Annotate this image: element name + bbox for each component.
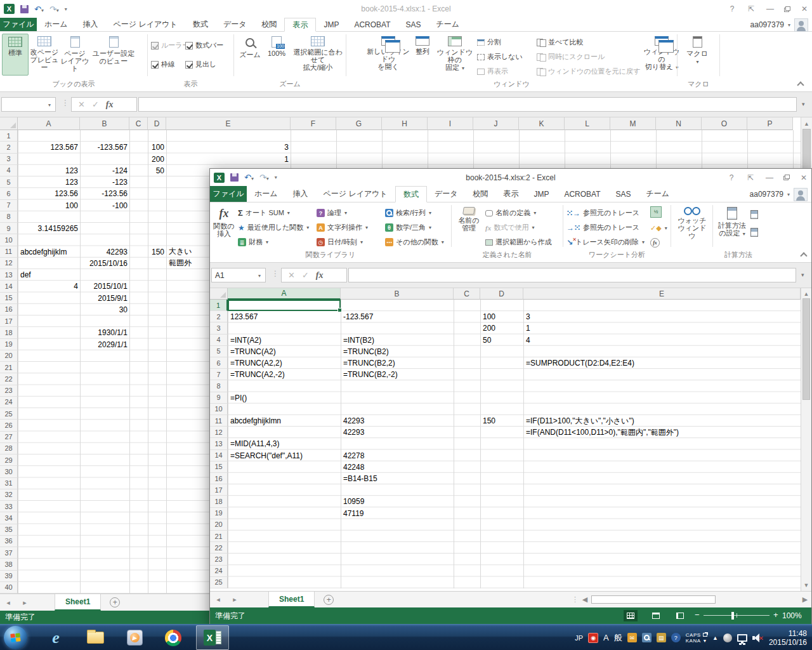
- zoom-100-button[interactable]: 100%: [264, 34, 289, 76]
- sheet-nav-prev-icon[interactable]: ◂: [0, 599, 16, 607]
- sheet-nav-next-icon[interactable]: ▸: [16, 599, 33, 607]
- ime-help-icon[interactable]: ?: [671, 633, 681, 642]
- row-header-20[interactable]: 20: [0, 350, 18, 362]
- row-header-12[interactable]: 12: [210, 427, 228, 438]
- ribbon-tab-4[interactable]: 数式: [185, 18, 216, 31]
- scrollbar-thumb[interactable]: [802, 298, 810, 400]
- cell-B11[interactable]: 42293: [81, 246, 129, 258]
- cell-A14[interactable]: =SEARCH("def",A11): [228, 450, 341, 461]
- column-header-B[interactable]: B: [80, 117, 129, 130]
- row-header-37[interactable]: 37: [0, 547, 18, 559]
- row-header-5[interactable]: 5: [210, 346, 228, 357]
- cell-A9[interactable]: 3.14159265: [18, 223, 80, 234]
- ime-pad-icon[interactable]: ✉: [627, 633, 637, 642]
- row-header-40[interactable]: 40: [0, 582, 18, 594]
- name-box-arrow-icon[interactable]: ▾: [258, 273, 261, 279]
- ribbon-display-options-button[interactable]: ⇱: [746, 4, 756, 13]
- cancel-icon[interactable]: ✕: [78, 100, 85, 109]
- row-header-8[interactable]: 8: [0, 211, 18, 223]
- column-header-E[interactable]: E: [166, 117, 291, 130]
- row-header-38[interactable]: 38: [0, 559, 18, 570]
- cell-A11[interactable]: abcdefghijklmn: [228, 415, 341, 427]
- normal-view-button[interactable]: 標準: [2, 34, 29, 76]
- ribbon-tab-5[interactable]: データ: [216, 18, 254, 31]
- ime-input-mode[interactable]: A: [603, 633, 609, 642]
- insert-function-icon[interactable]: fx: [106, 100, 114, 110]
- select-all-corner[interactable]: [210, 288, 228, 300]
- row-header-23[interactable]: 23: [210, 554, 228, 565]
- taskbar-media-player[interactable]: ▶: [118, 625, 151, 650]
- row-header-11[interactable]: 11: [0, 246, 18, 258]
- cell-B15[interactable]: 42248: [341, 461, 454, 473]
- recently-used-button[interactable]: ★ 最近使用した関数▾: [238, 221, 309, 234]
- ribbon-tab-10[interactable]: SAS: [608, 186, 639, 202]
- watch-window-button[interactable]: ウォッチ ウィンドウ: [674, 204, 710, 246]
- ribbon-tab-7[interactable]: 表示: [284, 18, 316, 32]
- zoom-to-selection-button[interactable]: 選択範囲に合わせて 拡大/縮小: [291, 34, 345, 76]
- row-header-33[interactable]: 33: [0, 501, 18, 512]
- row-header-5[interactable]: 5: [0, 176, 18, 188]
- scrollbar-thumb[interactable]: [591, 595, 716, 604]
- ribbon-tab-11[interactable]: チーム: [429, 18, 468, 31]
- account-chip[interactable]: aa097379▾: [750, 18, 808, 32]
- macros-button[interactable]: マクロ▾: [683, 34, 712, 76]
- enter-icon[interactable]: ✓: [92, 100, 99, 109]
- ime-conversion-mode[interactable]: 般: [614, 632, 622, 644]
- ribbon-tab-3[interactable]: ページ レイアウト: [316, 186, 395, 202]
- row-header-4[interactable]: 4: [0, 165, 18, 176]
- cell-E2[interactable]: 3: [524, 311, 801, 322]
- column-header-D[interactable]: D: [148, 117, 166, 130]
- create-from-selection-button[interactable]: 選択範囲から作成: [485, 235, 552, 249]
- row-header-12[interactable]: 12: [0, 258, 18, 269]
- arrange-all-button[interactable]: 整列: [411, 34, 434, 76]
- column-header-C[interactable]: C: [454, 288, 480, 300]
- unhide-window-button[interactable]: 再表示: [477, 65, 508, 78]
- qat-customize-button[interactable]: ▾: [275, 175, 277, 180]
- trace-precedents-button[interactable]: ⁙→ 参照元のトレース: [566, 206, 639, 220]
- save-button[interactable]: [230, 173, 239, 182]
- cell-E6[interactable]: =SUMPRODUCT(D2:D4,E2:E4): [524, 357, 801, 369]
- cell-B7[interactable]: -100: [81, 200, 129, 211]
- row-header-13[interactable]: 13: [210, 438, 228, 449]
- cell-B16[interactable]: 30: [81, 304, 129, 315]
- ribbon-tab-1[interactable]: ホーム: [37, 18, 75, 31]
- column-header-P[interactable]: P: [747, 117, 793, 130]
- column-header-A[interactable]: A: [18, 117, 80, 130]
- switch-windows-button[interactable]: ウィンドウの 切り替え ▾: [643, 34, 680, 76]
- show-formulas-button[interactable]: ½: [650, 205, 662, 218]
- start-button[interactable]: [4, 626, 27, 649]
- ribbon-tab-1[interactable]: ホーム: [247, 186, 285, 202]
- cell-A5[interactable]: =TRUNC(A2): [228, 346, 341, 357]
- cell-A11[interactable]: abcdefghijklm: [18, 246, 80, 258]
- formula-bar-checkbox[interactable]: 数式バー: [185, 41, 223, 50]
- new-window-button[interactable]: 新しいウィンドウ を開く: [367, 34, 410, 76]
- cell-A6[interactable]: =TRUNC(A2,2): [228, 357, 341, 369]
- close-button[interactable]: ✕: [799, 4, 809, 13]
- row-header-22[interactable]: 22: [0, 373, 18, 385]
- cell-B19[interactable]: 2029/1/1: [81, 339, 129, 350]
- reset-window-position-button[interactable]: ウィンドウの位置を元に戻す: [537, 65, 640, 78]
- column-header-J[interactable]: J: [473, 117, 519, 130]
- formula-bar-splitter[interactable]: ⋮: [272, 269, 279, 278]
- cell-B11[interactable]: 42293: [341, 415, 454, 427]
- expand-formula-bar-icon[interactable]: ▾: [802, 101, 805, 107]
- cell-E12[interactable]: =IF(AND(D11<100,D11>0),"範囲内","範囲外"): [524, 427, 801, 438]
- qat-customize-button[interactable]: ▾: [65, 6, 67, 12]
- new-sheet-button[interactable]: +: [324, 595, 334, 605]
- row-header-9[interactable]: 9: [0, 223, 18, 234]
- row-header-6[interactable]: 6: [210, 357, 228, 369]
- row-header-25[interactable]: 25: [0, 408, 18, 420]
- redo-button[interactable]: ↷▾: [259, 173, 269, 182]
- row-header-11[interactable]: 11: [210, 415, 228, 427]
- titlebar[interactable]: X ↶▾ ↷▾ ▾ book-2015-4.xlsx:1 - Excel ? ⇱…: [0, 0, 812, 18]
- cell-A13[interactable]: =MID(A11,4,3): [228, 438, 341, 449]
- page-break-view-button[interactable]: [673, 610, 687, 621]
- define-name-button[interactable]: 名前の定義▾: [485, 206, 536, 220]
- cell-E3[interactable]: 1: [167, 154, 291, 165]
- row-header-10[interactable]: 10: [210, 404, 228, 415]
- cell-A7[interactable]: 100: [18, 200, 80, 211]
- row-header-24[interactable]: 24: [210, 566, 228, 577]
- insert-function-icon[interactable]: fx: [316, 270, 324, 281]
- cell-A7[interactable]: =TRUNC(A2,-2): [228, 369, 341, 380]
- ime-icon[interactable]: ◉: [588, 633, 598, 643]
